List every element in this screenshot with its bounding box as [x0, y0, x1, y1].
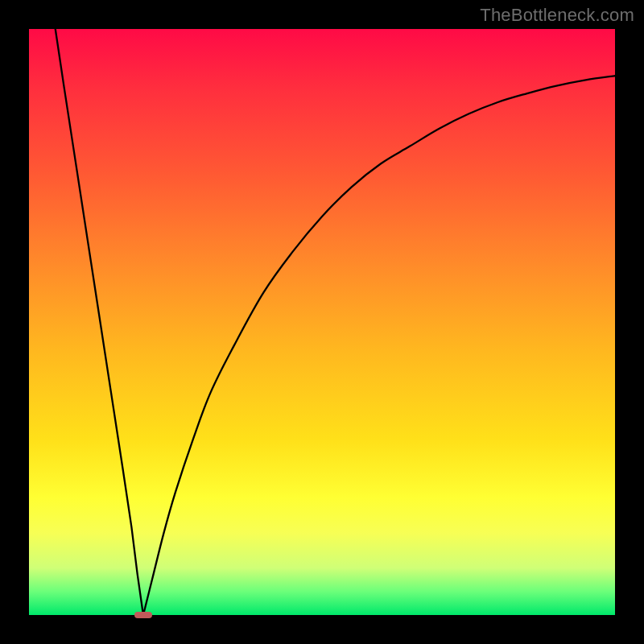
chart-frame: TheBottleneck.com [0, 0, 644, 644]
minimum-marker [134, 612, 152, 618]
bottleneck-curve [56, 29, 615, 615]
watermark-text: TheBottleneck.com [480, 5, 634, 26]
curve-svg [29, 29, 615, 615]
plot-area [29, 29, 615, 615]
